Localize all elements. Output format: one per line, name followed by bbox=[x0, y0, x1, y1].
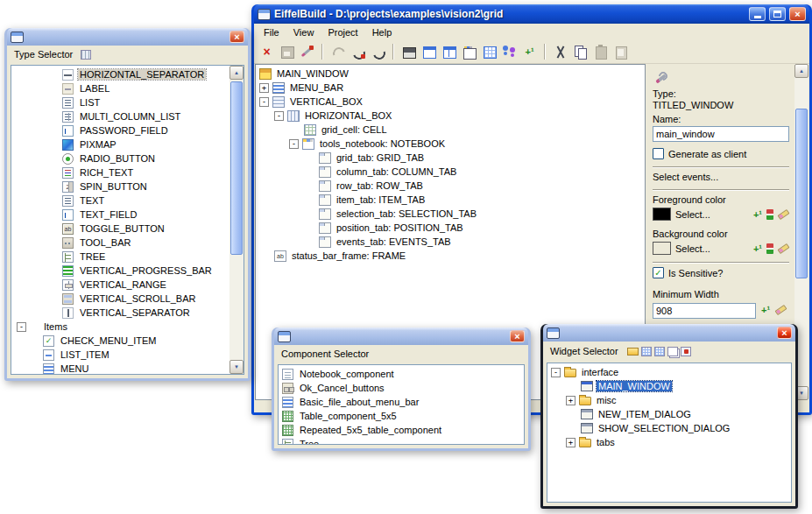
add-one-icon[interactable]: +¹ bbox=[520, 43, 539, 61]
type-row[interactable]: RADIO_BUTTON bbox=[11, 151, 229, 165]
close-button[interactable]: × bbox=[229, 31, 244, 43]
add-one-icon[interactable]: +¹ bbox=[761, 305, 770, 315]
minimize-button[interactable] bbox=[749, 7, 766, 21]
layout-view-icon[interactable] bbox=[440, 43, 458, 61]
generate-client-checkbox[interactable] bbox=[653, 148, 664, 159]
type-row[interactable]: MENU bbox=[11, 362, 229, 374]
delete-icon[interactable]: × bbox=[258, 43, 276, 61]
collapse-icon[interactable]: - bbox=[551, 368, 561, 377]
tree-row-horizontal-box[interactable]: - HORIZONTAL_BOX bbox=[256, 109, 645, 123]
name-input[interactable] bbox=[653, 126, 789, 142]
type-group-items[interactable]: - Items bbox=[11, 320, 229, 334]
background-select-button[interactable]: Select... bbox=[675, 243, 749, 254]
type-row[interactable]: TEXT_FIELD bbox=[11, 208, 229, 222]
expand-icon[interactable]: + bbox=[566, 396, 575, 405]
tree-row-column-tab[interactable]: column_tab: COLUMN_TAB bbox=[256, 165, 645, 179]
scroll-thumb[interactable] bbox=[795, 109, 808, 278]
type-row[interactable]: LABEL bbox=[11, 81, 229, 95]
collapse-icon[interactable]: - bbox=[289, 139, 299, 149]
tree-row-item-tab[interactable]: item_tab: ITEM_TAB bbox=[256, 193, 645, 207]
redo-icon[interactable] bbox=[369, 43, 387, 61]
background-swatch[interactable] bbox=[653, 242, 671, 255]
titlebar[interactable]: × bbox=[7, 28, 248, 46]
tree-row-grid-cell[interactable]: grid_cell: CELL bbox=[256, 123, 645, 137]
undo-icon[interactable] bbox=[328, 43, 347, 61]
generate-icon[interactable] bbox=[399, 43, 418, 61]
type-row[interactable]: TREE bbox=[11, 250, 229, 264]
cut-icon[interactable] bbox=[551, 43, 569, 61]
tree-row-tools-notebook[interactable]: - tools_notebook: NOTEBOOK bbox=[256, 137, 645, 151]
titlebar[interactable]: EiffelBuild - D:\projects\examples\visio… bbox=[254, 4, 809, 24]
build-icon[interactable] bbox=[298, 43, 316, 61]
foreground-swatch[interactable] bbox=[653, 208, 671, 221]
type-row[interactable]: PASSWORD_FIELD bbox=[11, 123, 229, 137]
redo-delete-icon[interactable] bbox=[349, 43, 367, 61]
widget-row-new-item-dialog[interactable]: NEW_ITEM_DIALOG bbox=[547, 407, 791, 421]
scroll-down-button[interactable]: ▼ bbox=[229, 360, 244, 374]
save-icon[interactable] bbox=[278, 43, 296, 61]
modify-color-icon[interactable] bbox=[766, 209, 773, 220]
menu-help[interactable]: Help bbox=[365, 25, 399, 39]
expand-icon[interactable]: + bbox=[566, 438, 575, 447]
grid-view-icon[interactable] bbox=[480, 43, 498, 61]
component-row[interactable]: Ok_Cancel_buttons bbox=[279, 381, 524, 395]
type-row[interactable]: LIST bbox=[11, 95, 229, 109]
tree-row-position-tab[interactable]: position_tab: POSITION_TAB bbox=[256, 221, 645, 235]
add-one-icon[interactable]: +¹ bbox=[753, 209, 762, 220]
scroll-track[interactable] bbox=[229, 80, 244, 360]
type-row[interactable]: ✓ CHECK_MENU_ITEM bbox=[11, 334, 229, 348]
add-grid-icon[interactable] bbox=[641, 347, 652, 356]
type-row[interactable]: TEXT bbox=[11, 194, 229, 208]
collapse-icon[interactable]: - bbox=[274, 111, 284, 121]
widget-row-main-window[interactable]: MAIN_WINDOW bbox=[547, 379, 791, 393]
min-width-input[interactable] bbox=[653, 303, 756, 319]
type-row[interactable]: RICH_TEXT bbox=[11, 165, 229, 180]
titlebar[interactable]: × bbox=[543, 324, 795, 341]
tree-row-grid-tab[interactable]: grid_tab: GRID_TAB bbox=[256, 151, 645, 165]
paste-special-icon[interactable] bbox=[611, 43, 630, 61]
tree-row-events-tab[interactable]: events_tab: EVENTS_TAB bbox=[256, 235, 645, 249]
modify-color-icon[interactable] bbox=[766, 243, 773, 254]
scroll-thumb[interactable] bbox=[230, 81, 243, 255]
close-button[interactable]: × bbox=[789, 7, 806, 21]
tree-row-row-tab[interactable]: row_tab: ROW_TAB bbox=[256, 179, 645, 193]
menu-view[interactable]: View bbox=[286, 25, 321, 39]
menu-file[interactable]: File bbox=[257, 25, 286, 39]
component-row[interactable]: Repeated_5x5_table_component bbox=[279, 423, 524, 437]
remove-icon[interactable] bbox=[681, 347, 691, 356]
collapse-icon[interactable]: - bbox=[17, 322, 26, 332]
close-button[interactable]: × bbox=[510, 330, 525, 342]
eraser-icon[interactable] bbox=[777, 243, 789, 253]
type-row[interactable]: PIXMAP bbox=[11, 137, 229, 151]
tree-row-main-window[interactable]: MAIN_WINDOW bbox=[256, 67, 645, 81]
add-one-icon[interactable]: +¹ bbox=[753, 243, 762, 254]
type-row[interactable]: VERTICAL_RANGE bbox=[11, 278, 229, 292]
type-row[interactable]: TOOL_BAR bbox=[11, 236, 229, 250]
menu-project[interactable]: Project bbox=[321, 25, 364, 39]
copy-icon[interactable] bbox=[667, 347, 678, 356]
notebook-view-icon[interactable] bbox=[460, 43, 478, 61]
maximize-button[interactable] bbox=[769, 7, 786, 21]
type-row[interactable]: VERTICAL_SCROLL_BAR bbox=[11, 292, 229, 306]
tree-row-status-bar-frame[interactable]: ab status_bar_frame: FRAME bbox=[256, 249, 645, 263]
widget-row-misc[interactable]: + misc bbox=[547, 393, 791, 407]
widget-row-tabs[interactable]: + tabs bbox=[547, 435, 791, 449]
type-row[interactable]: 2 SPIN_BUTTON bbox=[11, 180, 229, 194]
tree-row-menu-bar[interactable]: + MENU_BAR bbox=[256, 81, 645, 95]
type-row[interactable]: ab TOGGLE_BUTTON bbox=[11, 222, 229, 236]
expand-icon[interactable]: + bbox=[259, 83, 269, 93]
paste-icon[interactable] bbox=[591, 43, 610, 61]
type-row[interactable]: MULTI_COLUMN_LIST bbox=[11, 109, 229, 123]
scroll-up-button[interactable]: ▲ bbox=[794, 64, 808, 78]
sensitive-checkbox[interactable]: ✓ bbox=[653, 267, 664, 278]
type-row[interactable]: HORIZONTAL_SEPARATOR bbox=[11, 67, 229, 81]
component-row[interactable]: Tree bbox=[279, 437, 524, 444]
scroll-up-button[interactable]: ▲ bbox=[229, 66, 244, 80]
widget-row-interface[interactable]: - interface bbox=[547, 365, 791, 379]
grid-icon[interactable] bbox=[654, 347, 665, 356]
eraser-icon[interactable] bbox=[775, 305, 787, 315]
type-row[interactable]: VERTICAL_SEPARATOR bbox=[11, 306, 229, 320]
component-row[interactable]: Basic_file_about_menu_bar bbox=[279, 395, 524, 409]
titlebar[interactable]: × bbox=[274, 327, 528, 345]
widget-row-show-selection-dialog[interactable]: SHOW_SELECTION_DIALOG bbox=[547, 421, 791, 435]
